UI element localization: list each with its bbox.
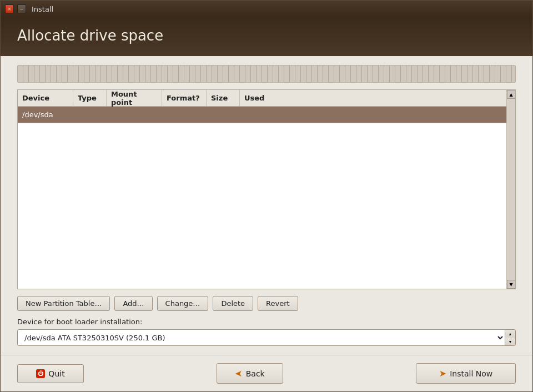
cell-device: /dev/sda — [18, 110, 73, 119]
install-now-label: Install Now — [450, 369, 492, 378]
footer-area: ⏻ Quit ➤ Back ➤ Install Now — [1, 355, 532, 391]
bootloader-section: Device for boot loader installation: /de… — [17, 318, 516, 346]
bootloader-label: Device for boot loader installation: — [17, 318, 516, 326]
partition-bar — [17, 65, 516, 83]
partition-table: Device Type Mount point Format? Size Use… — [17, 89, 516, 289]
col-header-used: Used — [240, 90, 515, 106]
quit-label: Quit — [48, 369, 64, 378]
content-area: Device Type Mount point Format? Size Use… — [1, 56, 532, 355]
table-body: /dev/sda — [18, 107, 515, 289]
scroll-down-button[interactable]: ▼ — [507, 280, 516, 289]
revert-button[interactable]: Revert — [258, 296, 298, 311]
table-row[interactable]: /dev/sda — [18, 107, 515, 123]
col-header-mount: Mount point — [107, 90, 162, 106]
close-icon: × — [7, 6, 12, 12]
change-button[interactable]: Change… — [157, 296, 209, 311]
col-header-size: Size — [207, 90, 240, 106]
scroll-up-button[interactable]: ▲ — [507, 90, 516, 99]
minimize-button[interactable]: − — [17, 4, 26, 13]
col-header-format: Format? — [162, 90, 207, 106]
back-arrow-icon: ➤ — [235, 368, 242, 379]
delete-button[interactable]: Delete — [213, 296, 253, 311]
back-label: Back — [246, 369, 265, 378]
main-window: × − Install Allocate drive space Device … — [0, 0, 533, 392]
table-header: Device Type Mount point Format? Size Use… — [18, 90, 515, 107]
quit-button[interactable]: ⏻ Quit — [17, 364, 84, 383]
window-title: Install — [32, 5, 53, 13]
quit-icon: ⏻ — [36, 369, 45, 378]
partition-bar-ruler — [18, 66, 515, 82]
bootloader-select[interactable]: /dev/sda ATA ST3250310SV (250.1 GB) — [18, 333, 505, 343]
bootloader-select-wrapper: /dev/sda ATA ST3250310SV (250.1 GB) ▲ ▼ — [17, 329, 516, 346]
col-header-type: Type — [73, 90, 107, 106]
titlebar: × − Install — [1, 1, 532, 17]
bootloader-spinner: ▲ ▼ — [505, 330, 515, 345]
close-button[interactable]: × — [5, 4, 14, 13]
page-title: Allocate drive space — [17, 27, 516, 44]
new-partition-table-button[interactable]: New Partition Table… — [17, 296, 110, 311]
scroll-track — [507, 99, 515, 280]
minimize-icon: − — [19, 6, 24, 12]
partition-action-buttons: New Partition Table… Add… Change… Delete… — [17, 296, 516, 311]
bootloader-up-button[interactable]: ▲ — [505, 330, 515, 338]
col-header-device: Device — [18, 90, 73, 106]
back-button[interactable]: ➤ Back — [217, 363, 283, 384]
add-button[interactable]: Add… — [114, 296, 152, 311]
install-arrow-icon: ➤ — [439, 368, 446, 379]
install-now-button[interactable]: ➤ Install Now — [416, 363, 516, 384]
bootloader-down-button[interactable]: ▼ — [505, 338, 515, 345]
table-scrollbar[interactable]: ▲ ▼ — [506, 90, 515, 289]
header-area: Allocate drive space — [1, 17, 532, 56]
